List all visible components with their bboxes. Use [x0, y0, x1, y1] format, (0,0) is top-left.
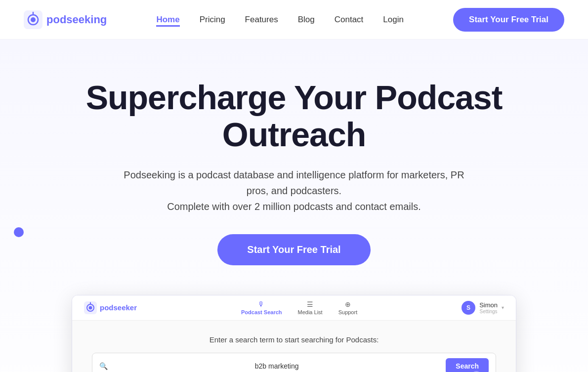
mockup-nav: 🎙 Podcast Search ☰ Media List ⊕ Support — [241, 300, 357, 315]
logo[interactable]: podseeking — [24, 10, 107, 29]
nav-cta-button[interactable]: Start Your Free Trial — [453, 8, 564, 32]
mockup-logo-text: podseeker — [100, 303, 137, 312]
nav-contact[interactable]: Contact — [335, 15, 364, 24]
product-mockup: podseeker 🎙 Podcast Search ☰ Media List … — [72, 295, 516, 372]
search-icon: 🔍 — [99, 362, 108, 370]
podcast-search-icon: 🎙 — [258, 300, 265, 308]
nav-home[interactable]: Home — [156, 15, 179, 27]
mockup-avatar: S — [462, 301, 475, 315]
mockup-username: Simon — [479, 301, 498, 309]
mockup-search-value[interactable]: b2b marketing — [113, 362, 441, 370]
mockup-settings-label: Settings — [479, 309, 498, 314]
mockup-nav-support[interactable]: ⊕ Support — [338, 300, 358, 315]
nav-login[interactable]: Login — [383, 15, 404, 24]
support-icon: ⊕ — [345, 300, 351, 308]
mockup-nav-label-media: Media List — [298, 309, 323, 315]
nav-links: Home Pricing Features Blog Contact Login — [156, 15, 404, 25]
mockup-nav-podcast-search[interactable]: 🎙 Podcast Search — [241, 300, 282, 315]
decorative-dot-left — [14, 227, 24, 237]
mockup-topbar: podseeker 🎙 Podcast Search ☰ Media List … — [72, 295, 516, 321]
nav-features[interactable]: Features — [245, 15, 278, 24]
media-list-icon: ☰ — [307, 300, 313, 308]
nav-blog[interactable]: Blog — [298, 15, 315, 24]
mockup-search-prompt: Enter a search term to start searching f… — [92, 335, 496, 344]
svg-point-2 — [31, 17, 36, 22]
mockup-search-button[interactable]: Search — [446, 358, 489, 372]
mockup-nav-label-support: Support — [338, 309, 358, 315]
navbar: podseeking Home Pricing Features Blog Co… — [0, 0, 588, 40]
hero-cta-button[interactable]: Start Your Free Trial — [217, 234, 370, 265]
nav-pricing[interactable]: Pricing — [200, 15, 225, 24]
mockup-user-info: Simon Settings — [479, 301, 498, 314]
mockup-logo: podseeker — [84, 301, 137, 314]
hero-section: Supercharge Your Podcast Outreach Podsee… — [0, 40, 588, 372]
mockup-search-bar: 🔍 b2b marketing Search — [92, 353, 496, 372]
mockup-nav-media-list[interactable]: ☰ Media List — [298, 300, 323, 315]
mockup-body: Enter a search term to start searching f… — [72, 321, 516, 372]
mockup-user-chevron: ▾ — [502, 305, 504, 310]
logo-icon — [24, 10, 42, 29]
mockup-nav-label-podcast: Podcast Search — [241, 309, 282, 315]
mockup-logo-icon — [84, 301, 97, 314]
hero-subtitle: Podseeking is a podcast database and int… — [121, 167, 467, 214]
logo-text: podseeking — [46, 13, 107, 26]
hero-title: Supercharge Your Podcast Outreach — [20, 79, 568, 153]
mockup-user[interactable]: S Simon Settings ▾ — [462, 301, 504, 315]
svg-point-6 — [89, 306, 92, 309]
